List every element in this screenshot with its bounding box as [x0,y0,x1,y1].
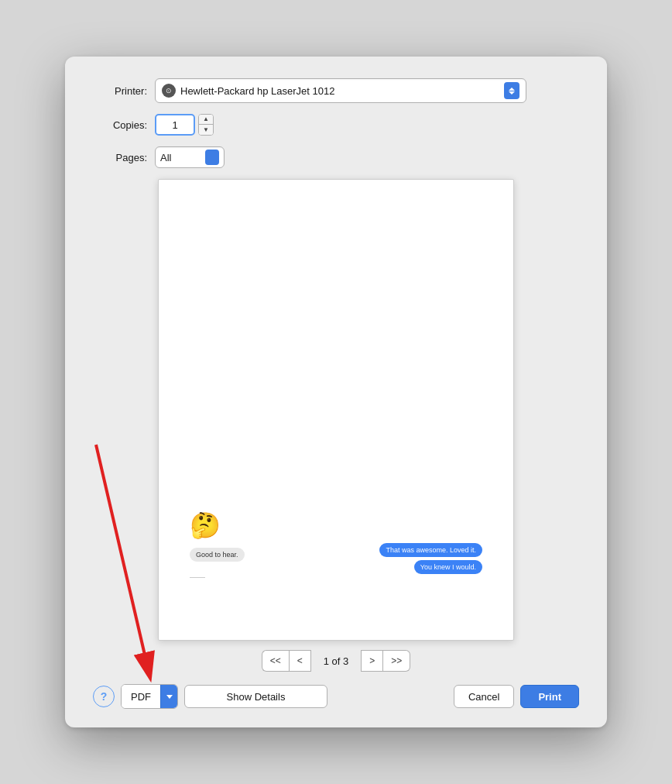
copies-label: Copies: [93,119,147,131]
pages-label: Pages: [93,152,147,163]
divider-line [190,577,205,578]
printer-stepper[interactable] [504,82,519,99]
print-dialog: Printer: ⊙ Hewlett-Packard hp LaserJet 1… [65,57,607,727]
next-page-button[interactable]: > [361,650,383,672]
pdf-dropdown-icon [166,695,173,699]
printer-arrow-up [509,88,515,91]
copies-stepper[interactable]: ▲ ▼ [198,114,214,136]
copies-input[interactable] [155,114,195,136]
printer-name: Hewlett-Packard hp LaserJet 1012 [180,85,334,97]
printer-row: Printer: ⊙ Hewlett-Packard hp LaserJet 1… [93,78,579,103]
preview-content: 🤔 Good to hear. That was awesome. Loved … [190,511,482,578]
pdf-main-button[interactable]: PDF [122,685,160,708]
pdf-button-group[interactable]: PDF [121,684,178,709]
bubble-left: Good to hear. [190,548,245,562]
pdf-dropdown-button[interactable] [160,685,177,708]
pagination: << < 1 of 3 > >> [93,650,579,672]
printer-icon: ⊙ [162,84,176,98]
printer-select[interactable]: ⊙ Hewlett-Packard hp LaserJet 1012 [155,78,526,103]
page-info: 1 of 3 [311,655,362,667]
prev-page-button[interactable]: < [289,650,311,672]
print-button[interactable]: Print [520,685,579,708]
pages-row: Pages: All [93,146,579,168]
bubble-right-1: That was awesome. Loved it. [379,543,482,557]
printer-select-left: ⊙ Hewlett-Packard hp LaserJet 1012 [162,84,334,98]
preview-container: 🤔 Good to hear. That was awesome. Loved … [93,179,579,641]
show-details-button[interactable]: Show Details [184,685,327,708]
printer-arrow-down [509,91,515,95]
copies-row: Copies: ▲ ▼ [93,114,579,136]
bottom-bar: ? PDF Show Details Cancel Print [93,684,579,709]
bubble-right-2: You knew I would. [414,560,482,574]
first-page-button[interactable]: << [262,650,289,672]
pages-select[interactable]: All [155,146,225,168]
copies-decrement[interactable]: ▼ [199,125,213,135]
pages-value: All [160,152,171,163]
printer-label: Printer: [93,85,147,97]
pages-arrows[interactable] [205,150,219,165]
copies-increment[interactable]: ▲ [199,115,213,125]
preview-paper: 🤔 Good to hear. That was awesome. Loved … [158,179,514,641]
cancel-button[interactable]: Cancel [454,685,514,708]
help-button[interactable]: ? [93,686,115,707]
last-page-button[interactable]: >> [383,650,410,672]
thinking-emoji: 🤔 [190,511,482,540]
